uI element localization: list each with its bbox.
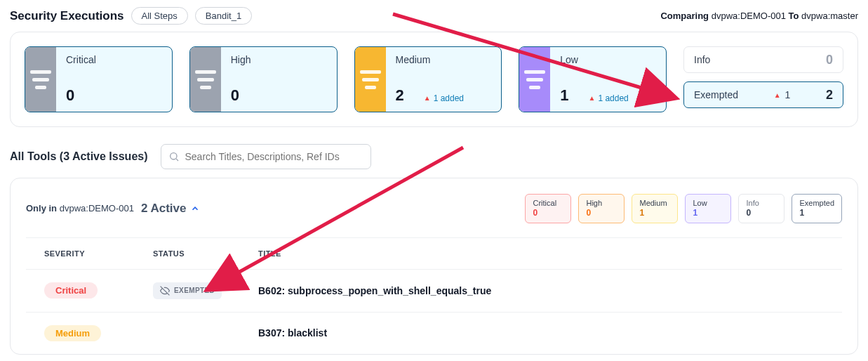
tile-label: High <box>231 54 327 65</box>
table-row[interactable]: Medium B307: blacklist <box>26 312 842 354</box>
compare-left: dvpwa:DEMO-001 <box>712 11 786 21</box>
search-input[interactable] <box>185 151 363 162</box>
tile-delta: ▲1 added <box>589 93 629 103</box>
col-title: TITLE <box>258 249 824 258</box>
tile-label: Critical <box>66 54 162 65</box>
tile-count: 0 <box>66 86 74 105</box>
cell-severity: Medium <box>44 325 153 341</box>
active-toggle[interactable]: 2 Active <box>141 202 201 216</box>
search-icon <box>168 151 180 162</box>
header: Security Executions All Steps Bandit_1 C… <box>7 7 861 32</box>
tools-heading: All Tools (3 Active Issues) <box>10 150 148 163</box>
col-status: STATUS <box>153 249 258 258</box>
compare-mid: To <box>789 11 799 21</box>
eye-off-icon <box>160 286 170 296</box>
cell-severity: Critical <box>44 282 153 298</box>
mini-summary: Critical0 High0 Medium1 Low1 Info0 Exemp… <box>525 194 842 223</box>
severity-stripe-icon <box>355 47 386 112</box>
table-header: SEVERITY STATUS TITLE <box>26 237 842 269</box>
table-row[interactable]: Critical EXEMPTED B602: subprocess_popen… <box>26 269 842 312</box>
tile-count: 0 <box>231 86 239 105</box>
severity-badge: Critical <box>44 282 98 298</box>
mini-exempted[interactable]: Exempted1 <box>792 194 842 223</box>
up-triangle-icon: ▲ <box>589 94 596 102</box>
tile-label: Info <box>694 54 710 65</box>
tile-critical[interactable]: Critical 0 <box>25 46 173 112</box>
tile-count: 2 <box>396 86 404 105</box>
tile-count: 2 <box>826 88 833 103</box>
tile-low[interactable]: Low 1 ▲1 added <box>519 46 667 112</box>
tile-label: Exempted <box>694 89 738 100</box>
active-count-label: 2 Active <box>141 202 187 216</box>
mini-high[interactable]: High0 <box>578 194 625 223</box>
svg-line-1 <box>176 159 178 161</box>
tile-delta: ▲1 <box>774 89 791 100</box>
mini-critical[interactable]: Critical0 <box>525 194 571 223</box>
mini-info[interactable]: Info0 <box>738 194 784 223</box>
issues-panel: Only in dvpwa:DEMO-001 2 Active Critical… <box>10 178 858 355</box>
svg-point-0 <box>170 153 176 159</box>
issues-header: Only in dvpwa:DEMO-001 2 Active Critical… <box>26 194 842 237</box>
chip-all-steps[interactable]: All Steps <box>131 7 188 25</box>
tile-count: 0 <box>826 53 833 67</box>
cell-status: EXEMPTED <box>153 282 258 299</box>
cell-title: B307: blacklist <box>258 327 824 339</box>
tile-delta: ▲1 added <box>424 93 464 103</box>
chip-bandit[interactable]: Bandit_1 <box>195 7 252 25</box>
issues-header-left: Only in dvpwa:DEMO-001 2 Active <box>26 202 200 216</box>
only-in-label: Only in dvpwa:DEMO-001 <box>26 203 134 214</box>
search-input-wrap[interactable] <box>161 144 371 169</box>
col-severity: SEVERITY <box>44 249 153 258</box>
mini-low[interactable]: Low1 <box>685 194 731 223</box>
severity-stripe-icon <box>190 47 221 112</box>
cell-title: B602: subprocess_popen_with_shell_equals… <box>258 285 824 296</box>
severity-badge: Medium <box>44 325 101 341</box>
tile-count: 1 <box>560 86 568 105</box>
tile-high[interactable]: High 0 <box>189 46 338 112</box>
header-left: Security Executions All Steps Bandit_1 <box>10 7 252 25</box>
mini-medium[interactable]: Medium1 <box>632 194 678 223</box>
tile-medium[interactable]: Medium 2 ▲1 added <box>354 46 502 112</box>
severity-stripe-icon <box>519 47 550 112</box>
summary-right: Info 0 Exempted ▲1 2 <box>683 46 843 112</box>
up-triangle-icon: ▲ <box>424 94 431 102</box>
up-triangle-icon: ▲ <box>774 91 781 99</box>
tile-exempted[interactable]: Exempted ▲1 2 <box>683 81 843 108</box>
tools-row: All Tools (3 Active Issues) <box>7 127 861 178</box>
page-title: Security Executions <box>10 9 124 23</box>
tile-label: Medium <box>396 54 492 65</box>
tile-info[interactable]: Info 0 <box>683 46 843 73</box>
severity-stripe-icon <box>25 47 56 112</box>
status-exempted: EXEMPTED <box>153 282 222 299</box>
compare-text: Comparing dvpwa:DEMO-001 To dvpwa:master <box>660 11 858 21</box>
chevron-up-icon <box>190 204 200 214</box>
compare-prefix: Comparing <box>660 11 709 21</box>
compare-right: dvpwa:master <box>801 11 858 21</box>
summary-card: Critical 0 High 0 Medium 2 ▲1 added <box>10 32 858 127</box>
tile-label: Low <box>560 54 656 65</box>
